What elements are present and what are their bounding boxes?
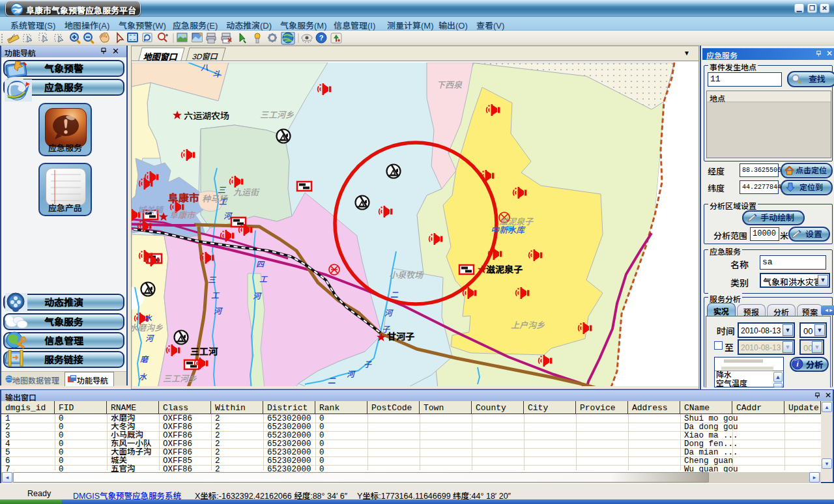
svg-text:二: 二	[328, 374, 336, 385]
svg-text:?: ?	[319, 34, 324, 42]
svg-text:子: 子	[382, 323, 390, 334]
svg-text:下西泉: 下西泉	[437, 78, 463, 91]
svg-text:九运街: 九运街	[233, 186, 260, 198]
svg-text:三: 三	[208, 273, 216, 285]
svg-text:上户沟乡: 上户沟乡	[511, 318, 545, 331]
svg-text:河: 河	[145, 332, 154, 343]
svg-text:河: 河	[223, 210, 233, 221]
svg-text:三: 三	[218, 184, 226, 195]
svg-text:水: 水	[144, 312, 152, 323]
svg-text:斗: 斗	[212, 68, 221, 79]
svg-text:磨: 磨	[140, 353, 149, 364]
svg-text:六运湖农场: 六运湖农场	[184, 109, 229, 122]
svg-text:河: 河	[384, 307, 394, 318]
svg-text:甘河子: 甘河子	[387, 329, 414, 343]
svg-text:滋泥泉子: 滋泥泉子	[486, 262, 523, 275]
svg-text:阜康市: 阜康市	[169, 208, 196, 221]
svg-text:小泉牧场: 小泉牧场	[389, 268, 424, 281]
svg-text:水: 水	[139, 371, 147, 382]
svg-text:三工河乡: 三工河乡	[260, 108, 295, 120]
svg-text:工: 工	[211, 289, 220, 300]
svg-text:四: 四	[256, 258, 265, 269]
svg-text:三工河: 三工河	[190, 344, 218, 357]
svg-text:河: 河	[214, 305, 223, 316]
svg-text:中新水库: 中新水库	[491, 223, 526, 236]
svg-text:工: 工	[219, 195, 228, 206]
svg-text:二: 二	[390, 288, 399, 300]
svg-text:工: 工	[259, 273, 268, 284]
svg-text:八: 八	[201, 63, 208, 72]
svg-text:河: 河	[347, 368, 356, 379]
svg-text:河: 河	[253, 290, 262, 301]
svg-text:阜康市: 阜康市	[168, 189, 199, 205]
svg-text:三工河乡: 三工河乡	[163, 372, 197, 384]
svg-text:城关镇: 城关镇	[137, 203, 164, 216]
svg-text:子: 子	[364, 358, 372, 369]
